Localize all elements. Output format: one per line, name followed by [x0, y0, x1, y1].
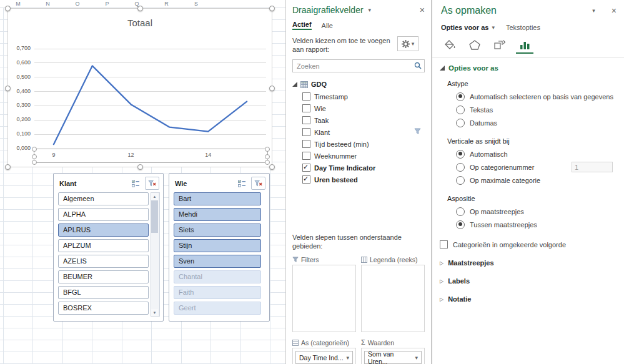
checkbox-icon[interactable]: [302, 116, 310, 124]
selection-handle[interactable]: [265, 154, 270, 159]
column-header[interactable]: N: [33, 0, 63, 7]
axis-options-icon[interactable]: [516, 37, 533, 54]
resize-handle[interactable]: [5, 86, 11, 91]
slicer-item[interactable]: Stijn: [174, 239, 261, 252]
resize-handle[interactable]: [5, 164, 11, 170]
radio-icon[interactable]: [456, 119, 465, 127]
radio-tussen-maatstreepjes[interactable]: Tussen maatstreepjes: [456, 218, 615, 231]
multi-select-button[interactable]: [129, 177, 143, 190]
checkbox-icon[interactable]: [302, 128, 310, 136]
field-item-klant[interactable]: Klant: [292, 126, 425, 138]
radio-op-maatstreepjes[interactable]: Op maatstreepjes: [456, 205, 615, 218]
field-label[interactable]: Tijd besteed (min): [314, 140, 369, 148]
field-item-taak[interactable]: Taak: [292, 114, 425, 126]
resize-handle[interactable]: [269, 164, 275, 170]
close-icon[interactable]: ×: [612, 6, 617, 15]
tab-opties-voor-as[interactable]: Opties voor as ▾: [441, 24, 495, 31]
checkbox-icon[interactable]: [302, 175, 310, 184]
slicer-item[interactable]: ALPHA: [58, 208, 149, 221]
field-label[interactable]: Klant: [314, 129, 330, 136]
radio-automatisch-selecteren[interactable]: Automatisch selecteren op basis van gege…: [456, 90, 615, 103]
checkbox-icon[interactable]: [302, 152, 310, 160]
radio-label[interactable]: Tussen maatstreepjes: [470, 221, 537, 229]
pivot-chart[interactable]: Totaal 0,7000,6000,5000,4000,3000,2000,1…: [7, 8, 272, 167]
clear-filter-button[interactable]: [145, 177, 159, 190]
tab-actief[interactable]: Actief: [292, 21, 312, 30]
filters-drop-area[interactable]: [292, 265, 356, 332]
section-maatstreepjes[interactable]: ▷ Maatstreepjes: [440, 259, 615, 267]
field-item-uren-besteed[interactable]: Uren besteed: [292, 174, 425, 185]
checkbox-icon[interactable]: [302, 140, 310, 148]
field-label[interactable]: Day Time Indicator: [314, 164, 375, 172]
axis-drop-area[interactable]: Day Time Ind... ▾: [292, 348, 356, 364]
legend-drop-area[interactable]: [361, 265, 425, 332]
pane-options-icon[interactable]: ▾: [592, 7, 595, 14]
field-item-weeknummer[interactable]: Weeknummer: [292, 150, 425, 162]
slicer-item[interactable]: Sven: [174, 255, 261, 268]
slicer-item[interactable]: BOSREX: [58, 302, 149, 315]
slicer-item[interactable]: Siets: [174, 224, 261, 237]
tab-alle[interactable]: Alle: [322, 22, 333, 29]
filter-icon[interactable]: [414, 128, 421, 136]
section-opties-voor-as[interactable]: Opties voor as: [432, 58, 624, 72]
slicer-item[interactable]: Mehdi: [174, 208, 261, 221]
slicer-item[interactable]: Chantal: [174, 270, 261, 283]
checkbox-icon[interactable]: [302, 92, 310, 101]
radio-label[interactable]: Tekstas: [470, 106, 493, 114]
chevron-down-icon[interactable]: ▾: [415, 355, 418, 361]
x-axis-selection-box[interactable]: [34, 149, 268, 163]
radio-icon[interactable]: [456, 150, 465, 159]
selection-handle[interactable]: [32, 147, 37, 152]
field-label[interactable]: Timestamp: [314, 93, 348, 101]
slicer-item[interactable]: Faith: [174, 286, 261, 299]
expanded-triangle-icon[interactable]: [292, 82, 297, 87]
field-item-tijd-besteed[interactable]: Tijd besteed (min): [292, 138, 425, 150]
line-series[interactable]: [54, 66, 247, 144]
column-header[interactable]: S: [181, 0, 211, 7]
radio-icon[interactable]: [456, 106, 465, 114]
tools-button[interactable]: ▾: [397, 36, 418, 51]
radio-icon[interactable]: [456, 92, 465, 101]
effects-icon[interactable]: [466, 37, 483, 54]
checkbox-icon[interactable]: [440, 240, 448, 248]
slicer-scrollbar[interactable]: ▲ ▼: [151, 192, 160, 317]
selection-handle[interactable]: [32, 160, 37, 165]
column-header[interactable]: Q: [122, 0, 152, 7]
column-header[interactable]: P: [92, 0, 122, 7]
radio-op-maximale-categorie[interactable]: Op maximale categorie: [456, 174, 615, 187]
radio-icon[interactable]: [456, 163, 465, 172]
radio-icon[interactable]: [456, 207, 465, 216]
slicer-item[interactable]: Algemeen: [58, 192, 149, 205]
search-icon[interactable]: [414, 62, 422, 71]
values-drop-area[interactable]: Som van Uren... ▾: [361, 348, 425, 364]
scroll-thumb[interactable]: [151, 200, 158, 233]
resize-handle[interactable]: [5, 6, 11, 11]
selection-handle[interactable]: [32, 154, 37, 159]
column-header[interactable]: O: [62, 0, 92, 7]
radio-automatisch[interactable]: Automatisch: [456, 147, 615, 160]
scroll-down-icon[interactable]: ▼: [151, 309, 158, 316]
field-label[interactable]: Weeknummer: [314, 152, 357, 160]
tab-tekstopties[interactable]: Tekstopties: [506, 24, 540, 31]
field-item-wie[interactable]: Wie: [292, 102, 425, 114]
resize-handle[interactable]: [269, 86, 275, 91]
checkbox-icon[interactable]: [302, 104, 310, 112]
radio-datumas[interactable]: Datumas: [456, 116, 615, 129]
close-icon[interactable]: ×: [420, 6, 425, 14]
radio-label[interactable]: Automatisch selecteren op basis van gege…: [470, 93, 613, 101]
field-label[interactable]: Wie: [314, 105, 326, 112]
field-item-timestamp[interactable]: Timestamp: [292, 91, 425, 102]
radio-tekstas[interactable]: Tekstas: [456, 103, 615, 116]
field-chip-day-time-indicator[interactable]: Day Time Ind... ▾: [295, 351, 353, 364]
size-properties-icon[interactable]: [491, 37, 508, 54]
category-number-input[interactable]: [572, 162, 613, 172]
slicer-item[interactable]: BFGL: [58, 286, 149, 299]
field-item-day-time-indicator[interactable]: Day Time Indicator: [292, 162, 425, 174]
radio-icon[interactable]: [456, 176, 465, 185]
checkbox-categorieen-omgekeerd[interactable]: Categorieën in omgekeerde volgorde: [440, 240, 615, 248]
slicer-item[interactable]: Bart: [174, 192, 261, 205]
section-labels[interactable]: ▷ Labels: [440, 277, 615, 285]
slicer-wie[interactable]: Wie Bart Mehdi Siets St: [169, 173, 270, 322]
clear-filter-button[interactable]: [251, 177, 265, 190]
chevron-down-icon[interactable]: ▾: [346, 355, 349, 361]
